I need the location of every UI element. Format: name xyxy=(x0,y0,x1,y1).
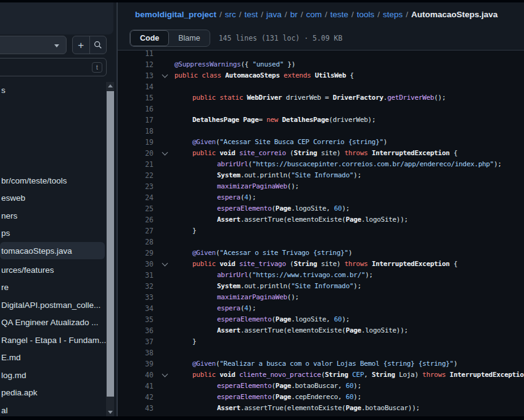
line-number[interactable]: 42 xyxy=(118,392,154,403)
line-number[interactable]: 26 xyxy=(118,214,154,225)
code-token: Page xyxy=(243,116,258,124)
tree-item[interactable]: Rangel - Etapa I - Fundam... xyxy=(0,331,105,349)
code-line-text: Assert.assertTrue(elementoExiste(Page.bo… xyxy=(217,403,420,414)
collapse-chevron-icon[interactable] xyxy=(162,150,168,156)
breadcrumb-segment-java[interactable]: java xyxy=(266,10,282,19)
code-token: "Acessar o site Trivago {string}" xyxy=(219,249,348,257)
breadcrumb-repo-link[interactable]: bemoldigital_project xyxy=(135,10,216,19)
tree-item[interactable]: re xyxy=(0,278,105,296)
tree-item[interactable]: pedia.apk xyxy=(0,384,105,401)
breadcrumb-segment-steps[interactable]: steps xyxy=(383,10,403,19)
breadcrumb-segment-src[interactable]: src xyxy=(225,10,236,19)
line-number[interactable]: 33 xyxy=(118,292,154,303)
code-token: .out.println( xyxy=(240,282,291,290)
code-line-row: 37} xyxy=(118,336,524,347)
code-token: @Given xyxy=(192,138,216,146)
line-number[interactable]: 32 xyxy=(118,281,154,292)
code-token: DetalhesPage xyxy=(192,116,239,124)
tree-item[interactable]: ners xyxy=(0,207,105,224)
code-token: CEP xyxy=(352,371,364,379)
line-number[interactable]: 40 xyxy=(118,370,154,381)
line-number[interactable]: 43 xyxy=(118,403,154,414)
scroll-down-arrow[interactable] xyxy=(106,408,114,416)
line-number[interactable]: 25 xyxy=(118,203,154,214)
line-number[interactable]: 11 xyxy=(118,50,154,59)
line-number[interactable]: 19 xyxy=(118,137,154,148)
line-number[interactable]: 41 xyxy=(118,381,154,392)
code-token: class xyxy=(202,71,221,79)
code-token: ); xyxy=(248,193,256,201)
breadcrumb-separator: / xyxy=(374,10,383,19)
code-line-text: @Given("Acessar Site Busca CEP Correrio … xyxy=(192,137,387,148)
tree-item-label: ps xyxy=(0,228,10,238)
line-number[interactable]: 21 xyxy=(118,159,154,170)
code-line-text: @SuppressWarnings({ "unused" }) xyxy=(174,59,295,70)
code-token: ); xyxy=(248,304,256,312)
line-number[interactable]: 20 xyxy=(118,148,154,159)
line-number[interactable]: 29 xyxy=(118,248,154,259)
tree-item[interactable]: E.md xyxy=(0,349,105,366)
line-number[interactable]: 16 xyxy=(118,103,154,115)
tree-item[interactable]: DigitalAPI.postman_colle... xyxy=(0,296,105,313)
line-number[interactable]: 18 xyxy=(118,126,154,137)
collapse-chevron-icon[interactable] xyxy=(162,73,168,79)
breadcrumb-segment-com[interactable]: com xyxy=(306,10,322,19)
scroll-up-arrow[interactable] xyxy=(106,82,114,90)
line-number[interactable]: 24 xyxy=(118,192,154,203)
line-number[interactable]: 13 xyxy=(118,70,154,81)
line-number[interactable]: 17 xyxy=(118,115,154,126)
code-token: "Realizar a busca com o valor Lojas Bemo… xyxy=(219,360,453,368)
line-number[interactable]: 28 xyxy=(118,236,154,248)
tree-item[interactable]: urces/features xyxy=(0,261,105,278)
sidebar-scrollbar[interactable] xyxy=(106,82,114,416)
breadcrumb-segment-test[interactable]: test xyxy=(245,10,258,19)
line-number[interactable]: 39 xyxy=(118,358,154,370)
tree-item-label: Rangel - Etapa I - Fundam... xyxy=(0,336,106,345)
tree-item[interactable]: QA Engineer Atualizado ... xyxy=(0,313,105,331)
code-token: String xyxy=(293,260,317,268)
code-token: } xyxy=(192,227,196,235)
tab-blame[interactable]: Blame xyxy=(169,30,209,46)
line-number[interactable]: 31 xyxy=(118,270,154,281)
tree-item[interactable]: al xyxy=(0,402,105,416)
line-number[interactable]: 34 xyxy=(118,303,154,314)
breadcrumb-segment-teste[interactable]: teste xyxy=(330,10,348,19)
tree-item-selected[interactable]: tomacaoSteps.java xyxy=(0,242,105,259)
code-token: "unused" xyxy=(252,60,284,68)
line-number[interactable]: 37 xyxy=(118,336,154,347)
collapse-chevron-icon[interactable] xyxy=(162,372,168,378)
code-line-row: 21abrirUrl("https://buscacepinter.correi… xyxy=(118,159,524,170)
line-number[interactable]: 12 xyxy=(118,59,154,70)
code-token: void xyxy=(219,260,235,268)
code-token: @SuppressWarnings xyxy=(174,60,240,68)
line-number[interactable]: 30 xyxy=(118,259,154,270)
code-token: Assert xyxy=(217,216,240,224)
file-stats: 145 lines (131 loc) · 5.09 KB xyxy=(219,34,343,42)
tree-item[interactable]: esweb xyxy=(0,189,105,206)
tab-code[interactable]: Code xyxy=(130,30,169,46)
line-number[interactable]: 35 xyxy=(118,314,154,325)
breadcrumb-separator: / xyxy=(403,10,411,19)
breadcrumb-segment-br[interactable]: br xyxy=(290,10,298,19)
tree-item[interactable]: s xyxy=(0,81,105,99)
tree-item[interactable]: br/com/teste/tools xyxy=(0,172,105,189)
line-number[interactable]: 23 xyxy=(118,181,154,192)
line-number[interactable]: 36 xyxy=(118,325,154,336)
code-line-text: public void site_trivago (String site) t… xyxy=(192,259,457,270)
line-number[interactable]: 38 xyxy=(118,347,154,358)
code-token: }) xyxy=(284,60,295,68)
line-number[interactable]: 14 xyxy=(118,81,154,92)
code-editor-area: 1112@SuppressWarnings({ "unused" })13pub… xyxy=(118,50,524,420)
line-number[interactable]: 15 xyxy=(118,92,154,103)
collapse-chevron-icon[interactable] xyxy=(162,261,168,267)
line-number[interactable]: 22 xyxy=(118,170,154,181)
breadcrumb-segment-tools[interactable]: tools xyxy=(357,10,375,19)
code-line-text: @Given("Acessar o site Trivago {string}"… xyxy=(192,248,352,259)
line-number[interactable]: 27 xyxy=(118,225,154,236)
scrollbar-thumb[interactable] xyxy=(107,91,114,397)
tree-item-label: log.md xyxy=(0,371,27,380)
code-token: Assert xyxy=(217,404,240,412)
tree-item[interactable]: log.md xyxy=(0,366,105,384)
code-token: ) xyxy=(454,360,457,368)
tree-item[interactable]: ps xyxy=(0,224,105,241)
